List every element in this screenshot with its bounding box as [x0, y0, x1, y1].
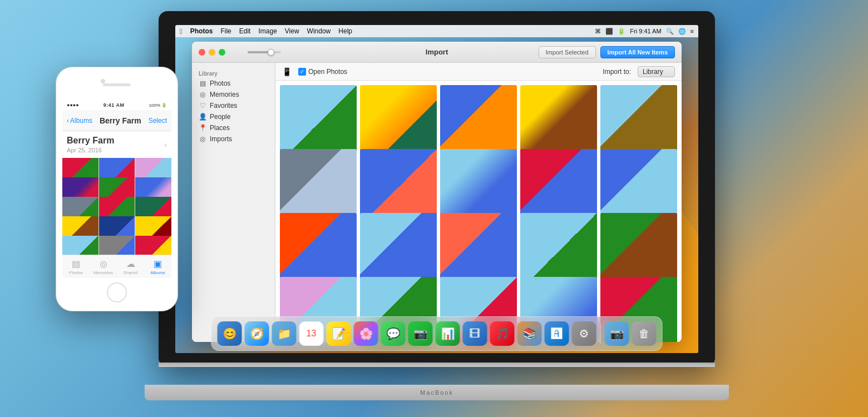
device-icon: 📱 — [282, 67, 292, 76]
dock-divider — [600, 324, 601, 344]
dock-files[interactable]: 📁 — [272, 321, 297, 346]
sidebar-label-people: People — [210, 113, 230, 121]
window-titlebar: Import Import Selected Import All New It… — [192, 42, 682, 63]
iphone-select-button[interactable]: Select — [149, 117, 167, 125]
checkbox-checked-icon: ✓ — [298, 68, 306, 76]
menu-window[interactable]: Window — [307, 27, 331, 35]
iphone-tabbar: ▤ Photos ◎ Memories ☁ Shared ▣ Albums — [62, 255, 171, 278]
apple-menu[interactable]:  — [180, 27, 183, 36]
airplay-icon: ⬛ — [605, 28, 613, 35]
sidebar-item-favorites[interactable]: ♡ Favorites — [192, 100, 275, 111]
dock-keynote[interactable]: 🎞 — [463, 321, 487, 346]
zoom-slider[interactable] — [248, 51, 281, 53]
import-to-select[interactable]: Library — [638, 66, 675, 77]
iphone-tab-albums[interactable]: ▣ Albums — [144, 259, 171, 275]
laptop-screen:  Photos File Edit Image View Window Hel… — [175, 25, 698, 353]
dock-books[interactable]: 📚 — [517, 321, 542, 346]
photos2-icon: 📷 — [610, 328, 624, 339]
iphone-tab-shared[interactable]: ☁ Shared — [117, 259, 144, 275]
menubar-time: Fri 9:41 AM — [630, 28, 661, 34]
back-label: Albums — [70, 117, 92, 125]
siri-icon[interactable]: 🌐 — [678, 28, 686, 35]
dock-calendar[interactable]: 13 — [299, 321, 324, 346]
dock-numbers[interactable]: 📊 — [436, 321, 460, 346]
finder-icon: 😊 — [223, 328, 236, 339]
menubar-right: ⌘ ⬛ 🔋 Fri 9:41 AM 🔍 🌐 ≡ — [595, 28, 694, 35]
notification-icon[interactable]: ≡ — [691, 28, 694, 34]
import-selected-button[interactable]: Import Selected — [539, 46, 596, 58]
calendar-icon: 13 — [307, 329, 317, 338]
window-minimize-button[interactable] — [209, 49, 215, 56]
sidebar: Library ▤ Photos ◎ Memories — [192, 63, 275, 342]
photos-dock-icon: 🌸 — [359, 328, 373, 339]
iphone-tab-photos[interactable]: ▤ Photos — [62, 259, 90, 275]
dock-photos2[interactable]: 📷 — [605, 321, 629, 346]
library-section: Library ▤ Photos ◎ Memories — [192, 67, 275, 147]
sidebar-label-photos: Photos — [210, 80, 230, 87]
menubar-app-name[interactable]: Photos — [190, 27, 213, 35]
iphone-album-date: Apr 25, 2016 — [67, 147, 167, 153]
dock-trash[interactable]: 🗑 — [632, 321, 657, 346]
iphone-photo-thumb[interactable] — [135, 236, 171, 255]
dock-safari[interactable]: 🧭 — [245, 321, 269, 346]
laptop-screen-bezel:  Photos File Edit Image View Window Hel… — [159, 11, 715, 367]
menu-file[interactable]: File — [220, 27, 231, 35]
iphone-nav-title: Berry Farm — [92, 116, 149, 125]
dock-finder[interactable]: 😊 — [218, 321, 242, 346]
dock-photos[interactable]: 🌸 — [354, 321, 378, 346]
photos-icon: ▤ — [199, 80, 206, 87]
iphone-back-button[interactable]: ‹ Albums — [67, 117, 92, 125]
appstore-icon: 🅰 — [551, 328, 563, 339]
files-icon: 📁 — [277, 328, 291, 339]
trash-icon: 🗑 — [639, 328, 650, 339]
dock-facetime[interactable]: 📷 — [408, 321, 433, 346]
dock-music[interactable]: 🎵 — [490, 321, 515, 346]
tab-photos-label: Photos — [69, 270, 83, 275]
window-close-button[interactable] — [199, 49, 205, 56]
search-icon[interactable]: 🔍 — [666, 28, 674, 35]
open-photos-checkbox[interactable]: ✓ Open Photos — [298, 68, 347, 76]
sidebar-label-memories: Memories — [210, 91, 239, 98]
places-icon: 📍 — [199, 124, 206, 132]
sidebar-item-memories[interactable]: ◎ Memories — [192, 89, 275, 100]
menu-edit[interactable]: Edit — [239, 27, 251, 35]
import-bar: 📱 ✓ Open Photos Import to: Library — [275, 63, 682, 81]
menubar-left:  Photos File Edit Image View Window Hel… — [180, 27, 352, 36]
sidebar-item-places[interactable]: 📍 Places — [192, 122, 275, 133]
sidebar-label-favorites: Favorites — [210, 102, 237, 110]
people-icon: 👤 — [199, 113, 206, 121]
battery-percent: 100% — [149, 103, 160, 108]
photo-grid — [275, 81, 682, 342]
dock: 😊 🧭 📁 13 📝 🌸 — [211, 316, 663, 351]
iphone-home-button[interactable] — [107, 282, 127, 302]
sidebar-section-title: Library — [192, 70, 275, 78]
photos-window: Import Import Selected Import All New It… — [192, 42, 682, 342]
menubar:  Photos File Edit Image View Window Hel… — [175, 25, 698, 37]
iphone-tab-memories[interactable]: ◎ Memories — [90, 259, 117, 275]
tab-photos-icon: ▤ — [72, 259, 80, 269]
imports-icon: ◎ — [199, 135, 206, 143]
sidebar-item-people[interactable]: 👤 People — [192, 111, 275, 122]
keynote-icon: 🎞 — [470, 328, 481, 339]
dock-settings[interactable]: ⚙ — [572, 321, 596, 346]
window-maximize-button[interactable] — [219, 49, 225, 56]
iphone-status-bar: ●●●● 9:41 AM 100% 🔋 — [62, 100, 171, 110]
sidebar-item-imports[interactable]: ◎ Imports — [192, 133, 275, 145]
iphone-photo-thumb[interactable] — [99, 236, 135, 255]
tab-albums-icon: ▣ — [154, 259, 162, 269]
dock-messages[interactable]: 💬 — [381, 321, 406, 346]
tab-albums-label: Albums — [150, 270, 165, 275]
tab-memories-icon: ◎ — [100, 259, 107, 269]
traffic-lights — [199, 49, 225, 56]
iphone-battery: 100% 🔋 — [149, 103, 167, 108]
menu-view[interactable]: View — [285, 27, 299, 35]
iphone-signal: ●●●● — [67, 102, 79, 108]
menu-image[interactable]: Image — [258, 27, 277, 35]
dock-appstore[interactable]: 🅰 — [545, 321, 569, 346]
menu-help[interactable]: Help — [338, 27, 352, 35]
dock-notes[interactable]: 📝 — [327, 321, 351, 346]
iphone-screen: ●●●● 9:41 AM 100% 🔋 ‹ Albums Berry Farm … — [62, 100, 171, 278]
iphone-photo-thumb[interactable] — [62, 236, 98, 255]
import-all-button[interactable]: Import All New Items — [600, 46, 675, 58]
sidebar-item-photos[interactable]: ▤ Photos — [192, 78, 275, 89]
